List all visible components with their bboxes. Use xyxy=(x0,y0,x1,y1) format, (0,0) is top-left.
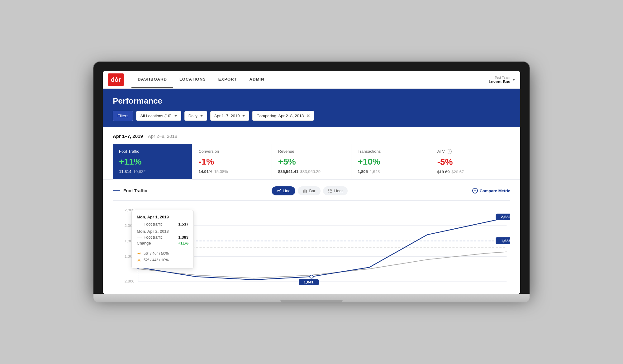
main-content: Performance Filters All Locations (10) D… xyxy=(103,89,520,294)
user-name: Levent Bas xyxy=(489,79,510,84)
metrics-dates: Apr 1–7, 2019 Apr 2–8, 2018 xyxy=(113,133,510,139)
interval-dropdown[interactable]: Daily xyxy=(184,111,207,121)
metrics-section: Apr 1–7, 2019 Apr 2–8, 2018 Foot Traffic… xyxy=(103,127,520,180)
tooltip-change-label: Change xyxy=(137,241,151,245)
metric-change-foot-traffic: +11% xyxy=(119,157,186,167)
chart-tooltip: Mon, Apr 1, 2019 Foot traffic 1,537 Mon,… xyxy=(131,210,194,268)
tooltip-line-blue-icon xyxy=(137,224,142,224)
tooltip-primary-label: Foot traffic xyxy=(137,222,163,226)
weather-sun-icon: ☀ xyxy=(137,251,141,257)
metric-compare-transactions: 1,643 xyxy=(370,169,380,174)
svg-rect-3 xyxy=(328,189,329,190)
user-info: Test Team Levent Bas xyxy=(489,76,510,84)
svg-text:1,041: 1,041 xyxy=(304,280,314,284)
chart-type-line-button[interactable]: Line xyxy=(272,186,296,195)
tooltip-compare-date: Mon, Apr 2, 2018 xyxy=(137,229,188,234)
metric-values-transactions: 1,805 1,643 xyxy=(358,169,424,174)
metrics-cards: Foot Traffic +11% 11,814 10,632 Conversi… xyxy=(113,144,510,179)
svg-rect-7 xyxy=(330,190,331,191)
chart-title: Foot Traffic xyxy=(113,188,147,193)
svg-rect-11 xyxy=(331,192,332,193)
metric-change-transactions: +10% xyxy=(358,157,424,167)
metric-change-revenue: +5% xyxy=(278,157,345,167)
metric-card-conversion[interactable]: Conversion -1% 14.91% 15.08% xyxy=(192,144,272,179)
tooltip-weather2: ☀ 52° / 44° / 10% xyxy=(137,257,188,263)
metric-title-transactions: Transactions xyxy=(358,149,424,154)
svg-rect-0 xyxy=(303,190,304,193)
chart-type-bar-button[interactable]: Bar xyxy=(298,186,320,195)
user-menu[interactable]: Test Team Levent Bas xyxy=(489,76,515,84)
metric-primary-revenue: $35,541.41 xyxy=(278,169,298,174)
navbar: dôr DASHBOARD LOCATIONS EXPORT ADMIN Tes… xyxy=(103,71,520,89)
tooltip-compare-label: Foot traffic xyxy=(137,235,163,240)
interval-chevron-icon xyxy=(200,115,203,117)
svg-text:1,688: 1,688 xyxy=(501,239,510,243)
metric-compare-foot-traffic: 10,632 xyxy=(133,169,146,174)
metric-primary-atv: $19.69 xyxy=(437,170,450,174)
chart-type-buttons: Line Bar xyxy=(272,186,348,195)
performance-header: Performance Filters All Locations (10) D… xyxy=(103,89,520,127)
tooltip-change-val: +11% xyxy=(178,241,188,245)
metric-change-conversion: -1% xyxy=(198,157,265,167)
svg-point-28 xyxy=(310,275,313,278)
chart-title-label: Foot Traffic xyxy=(123,188,147,193)
metric-card-atv[interactable]: ATV i -5% $19.69 $20.67 xyxy=(431,144,510,179)
user-team: Test Team xyxy=(489,76,510,79)
metric-values-atv: $19.69 $20.67 xyxy=(437,170,504,174)
metric-change-atv: -5% xyxy=(437,157,504,167)
metric-compare-atv: $20.67 xyxy=(451,170,464,174)
atv-info-icon[interactable]: i xyxy=(447,149,452,154)
tooltip-compare-val: 1,383 xyxy=(178,235,188,240)
svg-rect-1 xyxy=(305,189,306,193)
bar-chart-icon xyxy=(303,189,307,193)
metric-title-foot-traffic: Foot Traffic xyxy=(119,149,186,154)
nav-dashboard[interactable]: DASHBOARD xyxy=(131,71,173,89)
nav-items: DASHBOARD LOCATIONS EXPORT ADMIN xyxy=(131,71,489,89)
tooltip-primary-date: Mon, Apr 1, 2019 xyxy=(137,215,188,219)
tooltip-primary-row: Foot traffic 1,537 xyxy=(137,222,188,226)
filters-button[interactable]: Filters xyxy=(113,111,133,121)
chart-type-heat-button[interactable]: Heat xyxy=(323,186,348,195)
date-range-label: Apr 1–7, 2019 xyxy=(214,114,240,118)
metric-primary-conversion: 14.91% xyxy=(198,169,212,174)
locations-dropdown[interactable]: All Locations (10) xyxy=(136,111,181,121)
metric-primary-foot-traffic: 11,814 xyxy=(119,169,131,174)
compare-metric-button[interactable]: + Compare Metric xyxy=(472,188,510,194)
chart-line-icon xyxy=(113,190,120,191)
tooltip-compare-row: Foot traffic 1,383 xyxy=(137,235,188,240)
metric-card-revenue[interactable]: Revenue +5% $35,541.41 $33,960.29 xyxy=(272,144,351,179)
svg-rect-2 xyxy=(306,190,307,193)
chart-header: Foot Traffic Line xyxy=(113,186,510,195)
metric-compare-revenue: $33,960.29 xyxy=(300,169,321,174)
metric-card-transactions[interactable]: Transactions +10% 1,805 1,643 xyxy=(351,144,431,179)
nav-admin[interactable]: ADMIN xyxy=(243,71,271,89)
chart-area: 2,800 2,300 1,800 1,300 2,800 1,688 xyxy=(113,200,510,294)
svg-text:2,800: 2,800 xyxy=(125,279,135,283)
locations-label: All Locations (10) xyxy=(140,114,171,118)
user-menu-chevron-icon xyxy=(512,79,515,81)
tooltip-weather1: ☀ 56° / 46° / 50% xyxy=(137,251,188,257)
metric-values-conversion: 14.91% 15.08% xyxy=(198,169,265,174)
svg-rect-4 xyxy=(330,189,331,190)
compare-metric-label: Compare Metric xyxy=(480,189,510,193)
tooltip-line-gray-icon xyxy=(137,237,142,237)
svg-text:2,589: 2,589 xyxy=(501,215,510,219)
comparing-tag[interactable]: Comparing: Apr 2–8, 2018 ✕ xyxy=(252,111,314,121)
date-primary: Apr 1–7, 2019 xyxy=(113,133,143,139)
svg-rect-10 xyxy=(330,192,331,193)
nav-export[interactable]: EXPORT xyxy=(212,71,243,89)
comparing-close-icon[interactable]: ✕ xyxy=(306,113,310,118)
date-range-dropdown[interactable]: Apr 1–7, 2019 xyxy=(210,111,250,121)
metric-title-atv: ATV i xyxy=(437,149,504,154)
laptop-bezel: dôr DASHBOARD LOCATIONS EXPORT ADMIN Tes… xyxy=(93,62,530,294)
metric-card-foot-traffic[interactable]: Foot Traffic +11% 11,814 10,632 xyxy=(113,144,192,179)
laptop-screen: dôr DASHBOARD LOCATIONS EXPORT ADMIN Tes… xyxy=(103,71,520,294)
chart-section: Foot Traffic Line xyxy=(103,180,520,294)
laptop-base xyxy=(93,294,530,302)
svg-rect-5 xyxy=(331,189,332,190)
line-chart-icon xyxy=(277,189,281,193)
comparing-label: Comparing: Apr 2–8, 2018 xyxy=(256,114,304,118)
nav-locations[interactable]: LOCATIONS xyxy=(173,71,212,89)
tooltip-primary-val: 1,537 xyxy=(178,222,188,226)
svg-rect-8 xyxy=(331,190,332,191)
